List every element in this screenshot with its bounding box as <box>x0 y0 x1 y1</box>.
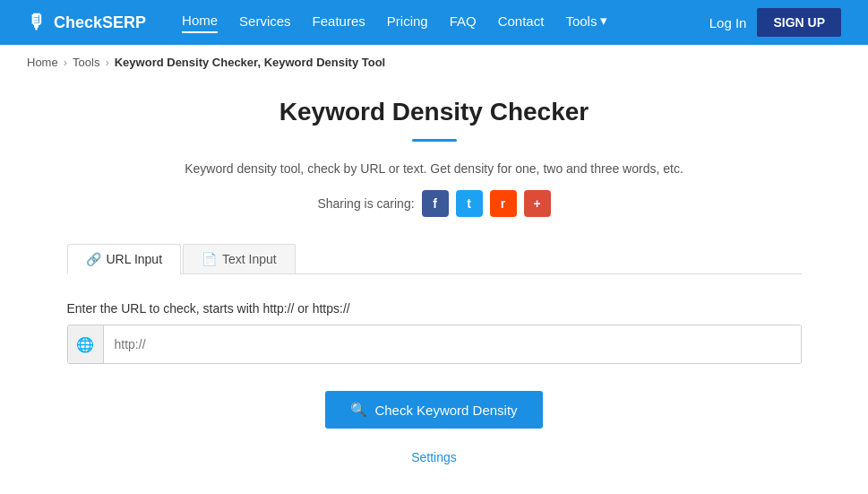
nav-links: Home Services Features Pricing FAQ Conta… <box>182 13 709 33</box>
check-button-wrapper: 🔍 Check Keyword Density <box>67 391 802 439</box>
share-reddit-button[interactable]: r <box>490 190 517 217</box>
breadcrumb-sep-2: › <box>105 56 108 69</box>
nav-faq[interactable]: FAQ <box>450 13 477 32</box>
logo-icon: 🎙 <box>27 11 47 34</box>
url-input-row: 🌐 <box>67 325 802 364</box>
search-icon: 🔍 <box>350 402 367 418</box>
sharing-label: Sharing is caring: <box>317 196 414 211</box>
tab-text-input[interactable]: 📄 Text Input <box>183 244 296 273</box>
login-button[interactable]: Log In <box>709 15 747 30</box>
nav-tools[interactable]: Tools ▾ <box>565 13 607 32</box>
url-input-section: Enter the URL to check, starts with http… <box>67 292 802 482</box>
page-description: Keyword density tool, check by URL or te… <box>67 161 802 176</box>
tab-url-input[interactable]: 🔗 URL Input <box>67 244 182 274</box>
link-icon: 🔗 <box>86 252 101 266</box>
url-instruction: Enter the URL to check, starts with http… <box>67 301 802 316</box>
nav-services[interactable]: Services <box>239 13 291 32</box>
document-icon: 📄 <box>202 252 217 266</box>
breadcrumb-home[interactable]: Home <box>27 56 58 69</box>
nav-actions: Log In SIGN UP <box>709 8 841 37</box>
breadcrumb: Home › Tools › Keyword Density Checker, … <box>0 45 868 80</box>
sharing-row: Sharing is caring: f t r + <box>67 190 802 217</box>
input-tabs: 🔗 URL Input 📄 Text Input <box>67 244 802 274</box>
nav-home[interactable]: Home <box>182 13 218 33</box>
logo-text: CheckSERP <box>54 13 146 32</box>
navigation: 🎙 CheckSERP Home Services Features Prici… <box>0 0 868 45</box>
page-title: Keyword Density Checker <box>67 98 802 126</box>
settings-link[interactable]: Settings <box>67 450 802 464</box>
title-divider <box>412 139 457 142</box>
breadcrumb-sep-1: › <box>64 56 67 69</box>
main-content: Keyword Density Checker Keyword density … <box>49 80 820 494</box>
breadcrumb-tools[interactable]: Tools <box>73 56 99 69</box>
check-keyword-density-button[interactable]: 🔍 Check Keyword Density <box>325 391 542 429</box>
nav-pricing[interactable]: Pricing <box>387 13 428 32</box>
nav-features[interactable]: Features <box>313 13 365 32</box>
signup-button[interactable]: SIGN UP <box>757 8 841 37</box>
nav-contact[interactable]: Contact <box>498 13 545 32</box>
tab-url-label: URL Input <box>107 252 163 266</box>
globe-icon: 🌐 <box>76 336 94 353</box>
logo[interactable]: 🎙 CheckSERP <box>27 11 146 34</box>
share-facebook-button[interactable]: f <box>422 190 449 217</box>
url-text-input[interactable] <box>104 325 801 363</box>
share-twitter-button[interactable]: t <box>456 190 483 217</box>
url-globe-button[interactable]: 🌐 <box>68 325 104 363</box>
share-plus-button[interactable]: + <box>524 190 551 217</box>
tab-text-label: Text Input <box>222 252 277 266</box>
chevron-down-icon: ▾ <box>600 13 607 29</box>
breadcrumb-current: Keyword Density Checker, Keyword Density… <box>115 56 385 69</box>
